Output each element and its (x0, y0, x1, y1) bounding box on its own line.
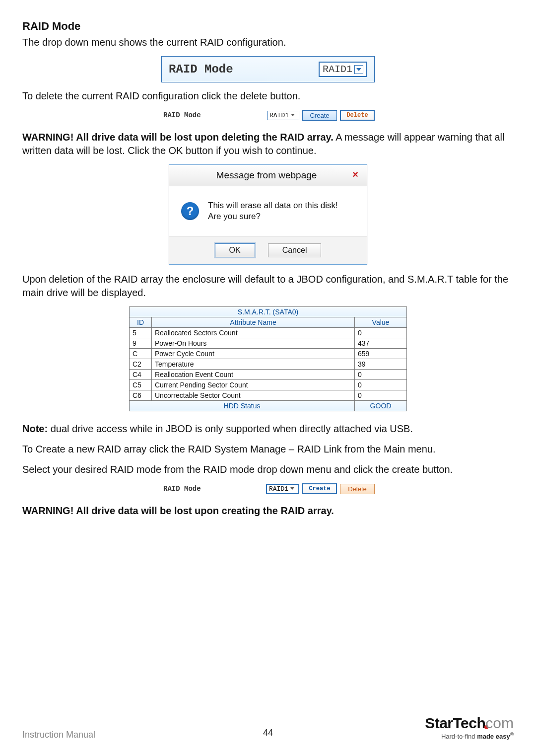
table-row: 5Reallocated Sectors Count0 (130, 328, 407, 338)
cell-val: 659 (355, 349, 407, 359)
raid-mode-row-label: RAID Mode (161, 485, 263, 493)
raid-mode-select-value: RAID1 (323, 64, 352, 75)
create-button[interactable]: Create (302, 110, 337, 121)
col-value: Value (355, 317, 407, 328)
cell-val: 39 (355, 359, 407, 370)
confirm-dialog: Message from webpage × ? This will erase… (169, 164, 367, 265)
cell-val: 0 (355, 380, 407, 390)
cell-id: 9 (130, 338, 152, 349)
raid-mode-row-select-value: RAID1 (269, 485, 288, 493)
warning-delete-bold: WARNING! All drive data will be lost upo… (22, 132, 334, 143)
raid-mode-row-label: RAID Mode (161, 111, 264, 119)
cell-id: C5 (130, 380, 152, 390)
dialog-message-line1: This will erase all data on this disk! (208, 200, 338, 211)
hdd-status-label: HDD Status (130, 401, 355, 411)
table-row-status: HDD Status GOOD (130, 401, 407, 411)
chevron-down-icon (354, 65, 363, 74)
cell-val: 437 (355, 338, 407, 349)
table-row: 9Power-On Hours437 (130, 338, 407, 349)
cell-id: C4 (130, 370, 152, 380)
delete-button[interactable]: Delete (340, 110, 375, 121)
registered-icon: ® (510, 732, 514, 737)
intro-text: The drop down menu shows the current RAI… (22, 36, 514, 49)
section-heading: RAID Mode (22, 20, 514, 33)
page-footer: Instruction Manual 44 StarTechcom Hard-t… (22, 715, 514, 740)
raid-mode-figure-large: RAID Mode RAID1 (161, 56, 375, 82)
cell-attr: Power-On Hours (152, 338, 355, 349)
col-attr: Attribute Name (152, 317, 355, 328)
raid-mode-row-select-value: RAID1 (269, 112, 289, 119)
brand-dotcom: com (485, 715, 514, 731)
cell-id: C6 (130, 390, 152, 401)
raid-mode-label: RAID Mode (169, 63, 319, 76)
table-row: C5Current Pending Sector Count0 (130, 380, 407, 390)
create-button[interactable]: Create (302, 483, 337, 494)
ok-button[interactable]: OK (215, 243, 255, 257)
close-icon[interactable]: × (349, 169, 362, 182)
after-delete-text: Upon deletion of the RAID array the encl… (22, 273, 514, 300)
dialog-title: Message from webpage (174, 170, 349, 181)
cell-val: 0 (355, 390, 407, 401)
warning-create-bold: WARNING! All drive data will be lost upo… (22, 505, 334, 516)
footer-manual: Instruction Manual (22, 730, 425, 740)
chevron-down-icon (289, 485, 296, 492)
tagline-bold: made easy (477, 733, 510, 740)
delete-button[interactable]: Delete (340, 484, 375, 494)
note-bold: Note: (22, 423, 48, 434)
footer-page-number: 44 (263, 728, 273, 738)
footer-brand: StarTechcom Hard-to-find made easy® (425, 715, 514, 740)
brand-name: StarTech (425, 715, 485, 731)
raid-mode-row-delete: RAID Mode RAID1 Create Delete (161, 110, 375, 121)
cell-attr: Uncorrectable Sector Count (152, 390, 355, 401)
chevron-down-icon (290, 112, 297, 119)
hdd-status-value: GOOD (355, 401, 407, 411)
jbod-note: Note: dual drive access while in JBOD is… (22, 422, 514, 436)
smart-table: S.M.A.R.T. (SATA0) ID Attribute Name Val… (129, 306, 407, 411)
question-icon: ? (181, 202, 199, 220)
dialog-message: This will erase all data on this disk! A… (208, 200, 338, 222)
table-row: C6Uncorrectable Sector Count0 (130, 390, 407, 401)
cell-attr: Current Pending Sector Count (152, 380, 355, 390)
dialog-message-line2: Are you sure? (208, 211, 338, 222)
delete-instruction: To delete the current RAID configuration… (22, 89, 514, 103)
dialog-body: ? This will erase all data on this disk!… (169, 186, 367, 236)
raid-mode-row-select[interactable]: RAID1 (266, 484, 299, 494)
raid-mode-select[interactable]: RAID1 (319, 62, 367, 77)
create-nav-text: To Create a new RAID array click the RAI… (22, 443, 514, 456)
cell-attr: Reallocated Sectors Count (152, 328, 355, 338)
warning-delete: WARNING! All drive data will be lost upo… (22, 131, 514, 157)
table-row: C4Reallocation Event Count0 (130, 370, 407, 380)
raid-mode-row-create: RAID Mode RAID1 Create Delete (161, 483, 375, 494)
warning-create: WARNING! All drive data will be lost upo… (22, 504, 514, 518)
table-row: C2Temperature39 (130, 359, 407, 370)
cell-attr: Reallocation Event Count (152, 370, 355, 380)
brand-tagline: Hard-to-find made easy® (425, 732, 514, 740)
cancel-button[interactable]: Cancel (268, 243, 322, 257)
raid-mode-row-select[interactable]: RAID1 (267, 111, 299, 120)
cell-attr: Power Cycle Count (152, 349, 355, 359)
cell-val: 0 (355, 370, 407, 380)
dialog-titlebar: Message from webpage × (169, 165, 367, 186)
tagline-plain: Hard-to-find (441, 733, 477, 740)
dialog-buttons: OK Cancel (169, 236, 367, 264)
smart-title: S.M.A.R.T. (SATA0) (130, 307, 407, 317)
note-rest: dual drive access while in JBOD is only … (48, 423, 413, 434)
cell-id: C2 (130, 359, 152, 370)
cell-id: 5 (130, 328, 152, 338)
col-id: ID (130, 317, 152, 328)
create-instruction: Select your desired RAID mode from the R… (22, 463, 514, 476)
cell-attr: Temperature (152, 359, 355, 370)
cell-id: C (130, 349, 152, 359)
table-row: CPower Cycle Count659 (130, 349, 407, 359)
cell-val: 0 (355, 328, 407, 338)
